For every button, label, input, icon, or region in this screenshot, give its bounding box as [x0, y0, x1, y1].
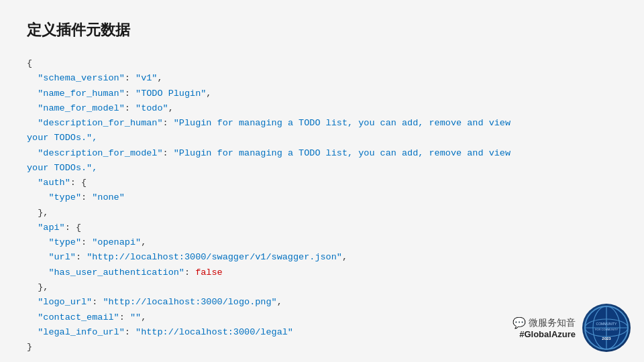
val-logo-url: "http://localhost:3000/logo.png" — [103, 297, 276, 307]
val-desc-human: "Plugin for managing a TODO list, you ca… — [174, 118, 511, 128]
svg-text:FOR COMMUNITY: FOR COMMUNITY — [595, 328, 619, 331]
val-name-for-model: "todo" — [136, 103, 168, 113]
key-auth: "auth" — [38, 178, 70, 188]
globe-logo: COMMUNITY FOR COMMUNITY 2023 — [582, 304, 631, 352]
code-line-4: "name_for_model": "todo", — [27, 101, 617, 116]
key-name-for-model: "name_for_model" — [38, 103, 125, 113]
watermark-line1: 💬 微服务知音 — [513, 316, 576, 329]
key-has-user-auth: "has_user_authentication" — [48, 267, 184, 278]
key-contact-email: "contact_email" — [38, 312, 119, 322]
val-api-url: "http://localhost:3000/swagger/v1/swagge… — [87, 252, 342, 262]
val-auth-type: "none" — [92, 192, 125, 202]
watermark-label: 💬 微服务知音 #GlobalAzure — [513, 316, 576, 339]
code-line-3: "name_for_human": "TODO Plugin", — [27, 86, 617, 101]
code-line-12: "api": { — [27, 221, 617, 235]
watermark-text2: #GlobalAzure — [519, 329, 576, 339]
code-line-2: "schema_version": "v1", — [27, 71, 617, 86]
code-line-8: your TODOs.", — [27, 161, 617, 176]
watermark-text1: 微服务知音 — [529, 317, 576, 329]
val-name-for-human: "TODO Plugin" — [136, 88, 206, 99]
code-line-15: "has_user_authentication": false — [27, 265, 617, 280]
globe-svg: COMMUNITY FOR COMMUNITY 2023 — [584, 305, 629, 351]
key-api-type: "type" — [48, 237, 81, 247]
key-schema-version: "schema_version" — [38, 73, 125, 83]
page-container: 定义插件元数据 { "schema_version": "v1", "name_… — [0, 0, 644, 362]
code-line-6: your TODOs.", — [27, 131, 617, 145]
key-logo-url: "logo_url" — [38, 297, 92, 307]
chat-icon: 💬 — [513, 316, 526, 329]
code-line-11: }, — [27, 206, 617, 221]
key-legal-info: "legal_info_url" — [38, 327, 125, 337]
val-contact-email: "" — [130, 312, 141, 322]
key-name-for-human: "name_for_human" — [38, 88, 125, 99]
val-api-type: "openapi" — [92, 237, 141, 247]
svg-text:2023: 2023 — [602, 337, 611, 341]
code-line-14: "url": "http://localhost:3000/swagger/v1… — [27, 250, 617, 265]
val-has-user-auth: false — [195, 267, 223, 278]
watermark: 💬 微服务知音 #GlobalAzure COMMUNITY FOR COMMU… — [513, 304, 631, 352]
key-api: "api" — [38, 223, 65, 233]
code-line-1: { — [27, 56, 617, 71]
key-desc-model: "description_for_model" — [38, 148, 162, 158]
code-line-16: }, — [27, 280, 617, 295]
key-auth-type: "type" — [48, 192, 81, 202]
code-line-5: "description_for_human": "Plugin for man… — [27, 116, 617, 131]
val-legal-info: "http://localhost:3000/legal" — [136, 327, 293, 337]
key-desc-human: "description_for_human" — [38, 118, 162, 128]
code-line-7: "description_for_model": "Plugin for man… — [27, 146, 617, 161]
code-line-10: "type": "none" — [27, 190, 617, 205]
val-desc-model: "Plugin for managing a TODO list, you ca… — [174, 148, 511, 158]
key-api-url: "url" — [48, 252, 76, 262]
val-schema-version: "v1" — [136, 73, 157, 83]
svg-text:COMMUNITY: COMMUNITY — [596, 322, 617, 326]
code-line-13: "type": "openapi", — [27, 235, 617, 250]
code-line-9: "auth": { — [27, 176, 617, 190]
page-title: 定义插件元数据 — [27, 20, 617, 40]
